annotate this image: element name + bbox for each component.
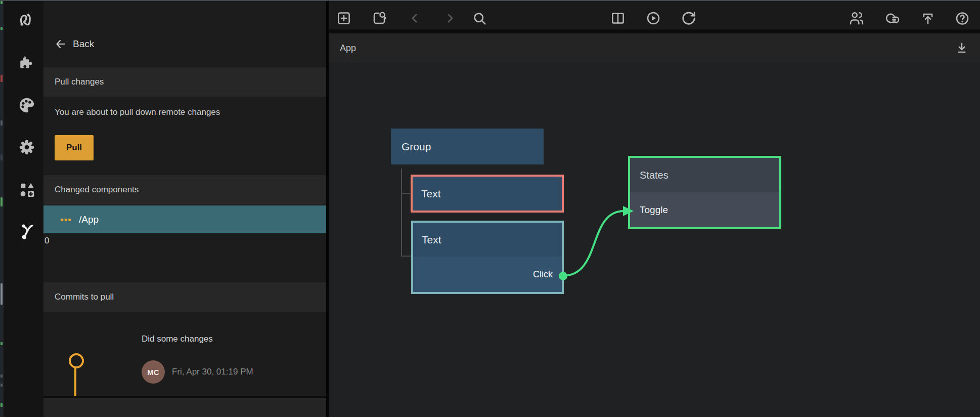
- node-group-label: Group: [391, 129, 544, 164]
- changed-components-header: Changed components: [43, 175, 326, 204]
- editor-edge-strip: [0, 0, 4, 417]
- hierarchy-connector-stub: [401, 256, 411, 257]
- noodl-logo-icon[interactable]: [17, 9, 37, 29]
- styles-palette-icon[interactable]: [17, 95, 37, 115]
- back-button[interactable]: Back: [43, 30, 326, 58]
- changed-component-item-app[interactable]: ••• /App: [43, 205, 326, 233]
- panel-canvas-divider: [326, 0, 329, 417]
- version-control-branch-icon[interactable]: [17, 221, 37, 241]
- canvas-header: App: [329, 33, 980, 63]
- pull-button[interactable]: Pull: [55, 135, 94, 160]
- collaborators-users-icon[interactable]: [849, 11, 864, 26]
- commit-timeline-line: [74, 366, 76, 396]
- split-view-icon[interactable]: [610, 11, 626, 26]
- node-graph-canvas[interactable]: App Group Text Text Click States Toggle: [329, 0, 980, 417]
- add-node-icon[interactable]: [336, 11, 351, 26]
- node-text-selected[interactable]: Text Click: [411, 221, 564, 294]
- download-icon[interactable]: [955, 41, 969, 55]
- search-icon[interactable]: [472, 11, 487, 26]
- node-input-port-toggle[interactable]: Toggle: [630, 192, 779, 227]
- pull-changes-title: Pull changes: [55, 77, 104, 87]
- edge-mark: [1, 120, 3, 126]
- node-states-label: States: [630, 158, 779, 192]
- changed-components-title: Changed components: [55, 185, 139, 194]
- window-top-border: [0, 0, 980, 1]
- node-text-selected-remote[interactable]: Text: [411, 175, 564, 213]
- changed-component-label: /App: [79, 214, 99, 225]
- pull-description: You are about to pull down remote change…: [55, 107, 220, 117]
- edge-mark: [1, 27, 3, 30]
- refresh-icon[interactable]: [681, 11, 696, 26]
- canvas-toolbar: [329, 0, 980, 33]
- hierarchy-connector-vertical: [401, 169, 402, 257]
- commit-timeline-node: [69, 353, 84, 368]
- version-control-panel: Back Pull changes You are about to pull …: [43, 0, 326, 417]
- node-group[interactable]: Group: [391, 129, 544, 164]
- stray-zero-text: 0: [44, 236, 49, 246]
- settings-gear-icon[interactable]: [17, 137, 37, 157]
- edge-mark: [1, 197, 3, 206]
- commits-to-pull-header: Commits to pull: [43, 282, 326, 312]
- edge-scrollbar-thumb: [1, 283, 3, 305]
- commit-timestamp: Fri, Apr 30, 01:19 PM: [172, 367, 253, 377]
- edge-mark: [1, 374, 3, 378]
- back-label: Back: [73, 38, 94, 50]
- search-components-icon[interactable]: [372, 11, 387, 26]
- app-window: { "sidebar": { "icons": [ {"name": "nood…: [0, 0, 980, 417]
- edge-mark: [1, 403, 3, 407]
- hierarchy-connector-stub: [401, 193, 410, 194]
- cloud-services-icon[interactable]: [885, 11, 900, 26]
- edge-mark: [1, 342, 3, 345]
- deploy-push-icon[interactable]: [920, 11, 936, 26]
- edge-mark: [1, 154, 3, 160]
- run-preview-play-icon[interactable]: [646, 11, 661, 26]
- edge-mark: [1, 1, 3, 4]
- arrow-left-icon: [55, 38, 67, 50]
- components-shapes-icon[interactable]: [17, 180, 37, 200]
- commit-message: Did some changes: [142, 334, 213, 344]
- commit-author-avatar: MC: [142, 360, 165, 384]
- node-output-port-click[interactable]: Click: [413, 257, 562, 292]
- node-text-b-label: Text: [422, 234, 441, 245]
- canvas-title: App: [340, 33, 356, 63]
- edge-mark: [1, 75, 3, 82]
- commits-to-pull-title: Commits to pull: [55, 292, 114, 302]
- node-states-incoming[interactable]: States Toggle: [628, 156, 781, 229]
- sidebar-icon-rail: [4, 0, 43, 417]
- pull-changes-header: Pull changes: [43, 67, 326, 97]
- help-icon[interactable]: [955, 11, 970, 26]
- output-port-dot[interactable]: [559, 272, 567, 280]
- commit-entry[interactable]: Did some changes MC Fri, Apr 30, 01:19 P…: [43, 312, 326, 396]
- edge-mark: [1, 384, 3, 387]
- node-text-a-label: Text: [413, 177, 562, 211]
- panel-next-section: [43, 398, 326, 417]
- plugins-puzzle-icon[interactable]: [17, 53, 37, 73]
- changed-dots-icon: •••: [60, 214, 72, 225]
- nav-forward-icon[interactable]: [442, 11, 458, 26]
- nav-back-icon[interactable]: [407, 11, 422, 26]
